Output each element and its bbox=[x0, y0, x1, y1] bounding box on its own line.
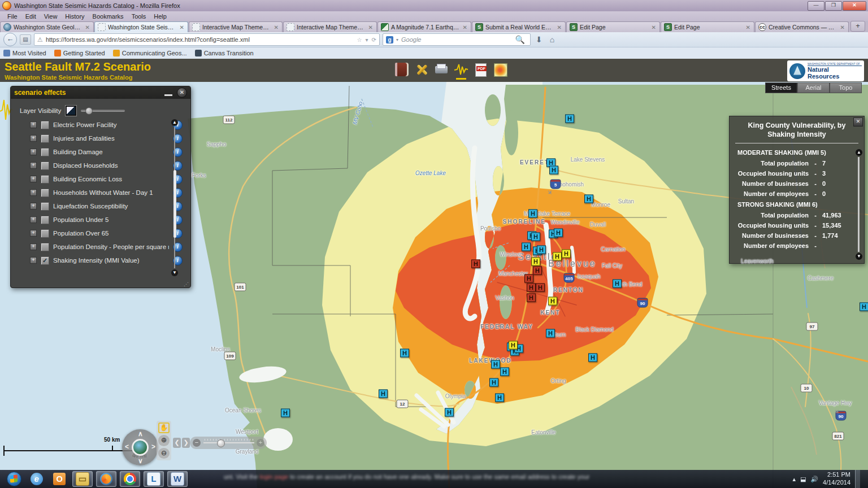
bookmark-canvas[interactable]: Canvas Transition bbox=[195, 50, 254, 56]
hospital-marker[interactable]: H bbox=[549, 166, 558, 175]
print-icon[interactable] bbox=[434, 62, 449, 77]
hospital-marker[interactable]: H bbox=[531, 233, 540, 241]
url-bar[interactable]: ⚠ https://fortress.wa.gov/dnr/seismicsce… bbox=[34, 33, 380, 46]
transparency-icon[interactable] bbox=[66, 106, 76, 116]
file-explorer-icon[interactable]: ▭ bbox=[72, 471, 93, 487]
tab-close-icon[interactable]: ✕ bbox=[462, 24, 468, 30]
new-tab-button[interactable]: + bbox=[850, 21, 865, 32]
home-icon[interactable]: ⌂ bbox=[548, 35, 557, 44]
hospital-marker[interactable]: H bbox=[379, 390, 388, 398]
panel-close-icon[interactable]: ✕ bbox=[177, 88, 187, 98]
hospital-marker[interactable]: H bbox=[489, 378, 498, 387]
tab-washington-state-seismic-ha[interactable]: Washington State Seismic Ha...✕ bbox=[94, 21, 188, 32]
bookmark-star-icon[interactable]: ☆ bbox=[357, 37, 362, 43]
window-titlebar[interactable]: Washington State Seismic Hazards Catalog… bbox=[0, 0, 868, 11]
expand-icon[interactable]: + bbox=[30, 149, 37, 155]
tab-close-icon[interactable]: ✕ bbox=[274, 24, 279, 30]
tab-edit-page[interactable]: SEdit Page✕ bbox=[566, 21, 660, 32]
scroll-down-icon[interactable]: ▼ bbox=[171, 269, 178, 276]
taskbar-clock[interactable]: 2:51 PM 4/14/2014 bbox=[823, 471, 850, 487]
firefox-icon[interactable] bbox=[96, 471, 116, 487]
tab-close-icon[interactable]: ✕ bbox=[179, 24, 185, 30]
layer-checkbox[interactable] bbox=[41, 189, 49, 197]
hospital-marker[interactable]: H bbox=[522, 243, 531, 251]
menu-view[interactable]: View bbox=[40, 12, 62, 20]
pan-wheel[interactable]: ∧ ∨ < > bbox=[122, 429, 158, 465]
expand-icon[interactable]: + bbox=[30, 176, 37, 182]
tab-close-icon[interactable]: ✕ bbox=[85, 24, 90, 30]
expand-icon[interactable]: + bbox=[30, 216, 37, 223]
hospital-marker[interactable]: H bbox=[613, 280, 622, 288]
close-button[interactable]: ✕ bbox=[843, 1, 866, 11]
menu-help[interactable]: Help bbox=[150, 12, 171, 20]
tab-interactive-map-themes-wa[interactable]: Interactive Map Themes - Wa...✕ bbox=[283, 21, 377, 32]
bookmark-rss[interactable]: Communicating Geos... bbox=[113, 50, 187, 56]
hospital-marker[interactable]: H bbox=[531, 258, 540, 266]
vulnerability-close-icon[interactable]: ✕ bbox=[853, 117, 863, 127]
search-go-icon[interactable]: 🔍 bbox=[513, 35, 527, 44]
panel-minimize-icon[interactable] bbox=[164, 90, 172, 96]
map-canvas[interactable]: StreetsAerialTopo scenario effects ✕ Lay… bbox=[0, 82, 868, 488]
hospital-marker[interactable]: H bbox=[500, 368, 509, 376]
maximize-button[interactable]: ❐ bbox=[825, 1, 842, 11]
word-icon[interactable]: W bbox=[167, 471, 188, 487]
hospital-marker[interactable]: H bbox=[495, 394, 504, 402]
layer-checkbox[interactable] bbox=[41, 175, 49, 184]
basemap-streets-button[interactable]: Streets bbox=[765, 82, 797, 93]
expand-icon[interactable]: + bbox=[30, 203, 37, 210]
menu-tools[interactable]: Tools bbox=[128, 12, 150, 20]
hospital-marker[interactable]: H bbox=[588, 354, 597, 362]
outlook-icon[interactable]: O bbox=[50, 472, 69, 486]
expand-icon[interactable]: + bbox=[30, 257, 37, 264]
layer-visibility-slider-handle[interactable] bbox=[85, 107, 93, 115]
zoom-in-tool[interactable]: ⊕ bbox=[158, 435, 170, 446]
layer-checkbox[interactable] bbox=[41, 162, 49, 170]
scroll-thumb[interactable] bbox=[858, 157, 860, 252]
panel-scrollbar[interactable]: ▲ ▼ bbox=[171, 119, 178, 276]
internet-explorer-icon[interactable]: e bbox=[27, 472, 46, 486]
tab-interactive-map-themes-wa[interactable]: Interactive Map Themes - Wa...✕ bbox=[189, 21, 283, 32]
hospital-marker[interactable]: H bbox=[554, 229, 563, 237]
hospital-marker[interactable]: H bbox=[528, 210, 537, 218]
zoom-track[interactable] bbox=[203, 442, 254, 443]
pan-up-icon[interactable]: ∧ bbox=[138, 430, 143, 438]
globe-home-icon[interactable] bbox=[132, 439, 149, 456]
seismograph-icon[interactable] bbox=[454, 62, 468, 77]
scenario-panel-header[interactable]: scenario effects ✕ bbox=[11, 86, 190, 99]
zoom-out-icon[interactable]: − bbox=[193, 439, 201, 447]
url-text[interactable]: https://fortress.wa.gov/dnr/seismicscena… bbox=[46, 36, 354, 43]
tab-close-icon[interactable]: ✕ bbox=[745, 24, 751, 30]
hospital-marker[interactable]: H bbox=[400, 349, 409, 358]
scroll-up-icon[interactable]: ▲ bbox=[171, 119, 178, 126]
url-dropdown-icon[interactable]: ▾ bbox=[366, 37, 368, 43]
pan-west-icon[interactable]: ❮ bbox=[173, 438, 181, 448]
menu-history[interactable]: History bbox=[61, 12, 88, 20]
bookmark-firefox[interactable]: Getting Started bbox=[54, 50, 105, 56]
tab-submit-a-real-world-example[interactable]: SSubmit a Real World Example✕ bbox=[472, 21, 566, 32]
hospital-marker[interactable]: H bbox=[860, 303, 868, 311]
google-engine-icon[interactable]: g bbox=[386, 36, 393, 43]
map-export-icon[interactable] bbox=[493, 62, 508, 77]
tab-close-icon[interactable]: ✕ bbox=[651, 24, 657, 30]
hospital-marker[interactable]: H bbox=[537, 246, 546, 254]
chrome-icon[interactable] bbox=[120, 471, 140, 487]
hospital-marker[interactable]: H bbox=[533, 267, 542, 275]
scroll-down-icon[interactable]: ▼ bbox=[856, 253, 862, 260]
zoom-slider-handle[interactable] bbox=[217, 439, 225, 447]
hospital-marker[interactable]: H bbox=[546, 329, 555, 338]
expand-icon[interactable]: + bbox=[30, 162, 37, 169]
tab-edit-page[interactable]: SEdit Page✕ bbox=[661, 21, 754, 32]
expand-icon[interactable]: + bbox=[30, 121, 37, 128]
menu-edit[interactable]: Edit bbox=[21, 12, 40, 20]
bookmark-most-visited[interactable]: Most Visited bbox=[3, 50, 46, 56]
search-engine-dropdown-icon[interactable]: ▾ bbox=[396, 37, 398, 42]
hospital-marker[interactable]: H bbox=[584, 195, 593, 203]
layer-checkbox[interactable]: ✓ bbox=[41, 256, 49, 265]
tab-close-icon[interactable]: ✕ bbox=[368, 24, 374, 30]
scroll-up-icon[interactable]: ▲ bbox=[856, 149, 862, 156]
tab-creative-commons-attribu[interactable]: ccCreative Commons — Attribu...✕ bbox=[755, 21, 849, 32]
expand-icon[interactable]: + bbox=[30, 135, 37, 142]
hospital-marker[interactable]: H bbox=[491, 360, 500, 369]
layer-checkbox[interactable] bbox=[41, 216, 49, 224]
tab-washington-state-geologic-in[interactable]: Washington State Geologic In...✕ bbox=[0, 21, 94, 32]
